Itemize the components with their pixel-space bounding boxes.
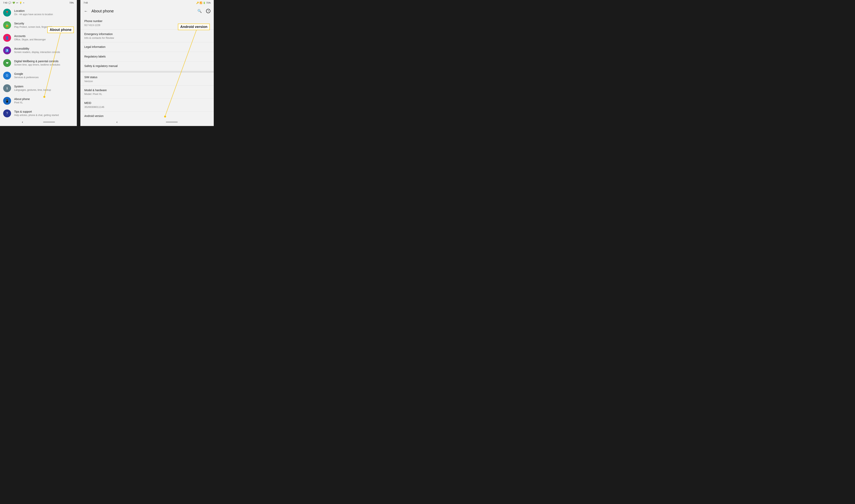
about-item-emergency-info[interactable]: Emergency information Info & contacts fo… xyxy=(81,30,214,42)
tips-support-subtitle: Help articles, phone & chat, getting sta… xyxy=(14,114,74,117)
emergency-info-title: Emergency information xyxy=(84,32,210,36)
security-title: Security xyxy=(14,22,74,25)
left-status-right: 73% xyxy=(69,2,74,4)
google-icon: G xyxy=(3,72,11,79)
about-item-regulatory-labels[interactable]: Regulatory labels xyxy=(81,52,214,61)
about-item-model-hardware[interactable]: Model & hardware Model: Pixel XL xyxy=(81,86,214,98)
safety-manual-title: Safety & regulatory manual xyxy=(84,64,210,68)
settings-item-about-phone[interactable]: 📱 About phone Pixel XL xyxy=(0,94,77,107)
settings-item-tips-support[interactable]: ? Tips & support Help articles, phone & … xyxy=(0,107,77,118)
security-icon: 🔒 xyxy=(3,21,11,29)
bulb-icon: 💡 xyxy=(19,2,22,4)
message-icon: 💬 xyxy=(8,2,11,4)
help-circle-icon: ? xyxy=(206,9,210,13)
about-phone-text: About phone Pixel XL xyxy=(14,97,74,104)
about-list: Phone number 917-613-1228 Emergency info… xyxy=(81,17,214,118)
whatsapp-icon: 💚 xyxy=(13,2,15,4)
system-subtitle: Languages, gestures, time, backup xyxy=(14,89,74,92)
sim-status-title: SIM status xyxy=(84,75,210,79)
accounts-title: Accounts xyxy=(14,34,74,38)
android-version-title: Android version xyxy=(84,114,210,118)
settings-item-digital-wellbeing[interactable]: ❤ Digital Wellbeing & parental controls … xyxy=(0,57,77,69)
left-time: 7:43 xyxy=(3,2,7,4)
google-text: Google Services & preferences xyxy=(14,72,74,79)
accounts-icon: 👤 xyxy=(3,34,11,42)
right-nav-indicator xyxy=(166,122,178,123)
left-nav-indicator xyxy=(43,122,55,123)
model-hardware-subtitle: Model: Pixel XL xyxy=(84,92,210,95)
back-button[interactable]: ← xyxy=(82,7,90,15)
location-icon: 📍 xyxy=(3,9,11,17)
accessibility-title: Accessibility xyxy=(14,47,74,50)
about-phone-title: About phone xyxy=(14,97,74,101)
accessibility-subtitle: Screen readers, display, interaction con… xyxy=(14,51,74,54)
google-subtitle: Services & preferences xyxy=(14,76,74,79)
about-phone-subtitle: Pixel XL xyxy=(14,101,74,104)
android-version-annotation: Android version xyxy=(178,24,210,30)
about-phone-icon: 📱 xyxy=(3,97,11,105)
right-back-nav[interactable]: ‹ xyxy=(117,120,118,124)
tips-support-text: Tips & support Help articles, phone & ch… xyxy=(14,110,74,117)
system-icon: ℹ xyxy=(3,84,11,92)
header-icons: 🔍 ? xyxy=(196,7,212,15)
accessibility-text: Accessibility Screen readers, display, i… xyxy=(14,47,74,54)
system-text: System Languages, gestures, time, backup xyxy=(14,85,74,92)
right-nav-bar: ‹ xyxy=(81,118,214,126)
regulatory-labels-title: Regulatory labels xyxy=(84,55,210,59)
about-item-android-version[interactable]: Android version 10 xyxy=(81,111,214,118)
settings-item-location[interactable]: 📍 Location On · 44 apps have access to l… xyxy=(0,6,77,19)
phone-number-title: Phone number xyxy=(84,19,210,23)
left-panel: 7:43 💬 💚 ↩ 💡 • 73% 📍 Location On · 44 ap… xyxy=(0,0,77,126)
about-item-safety-manual[interactable]: Safety & regulatory manual xyxy=(81,61,214,71)
right-status-bar: 7:43 🔑 📶 🔋 71% xyxy=(81,0,214,5)
system-title: System xyxy=(14,85,74,88)
about-item-legal-information[interactable]: Legal information xyxy=(81,42,214,52)
dot-icon: • xyxy=(23,2,24,4)
accounts-text: Accounts Office, Skype, and Messenger xyxy=(14,34,74,41)
search-button[interactable]: 🔍 xyxy=(196,7,204,15)
right-header: ← About phone 🔍 ? xyxy=(81,5,214,17)
settings-item-google[interactable]: G Google Services & preferences xyxy=(0,69,77,82)
panel-gap xyxy=(77,0,81,126)
refresh-icon: ↩ xyxy=(16,2,18,4)
right-panel: 7:43 🔑 📶 🔋 71% ← About phone 🔍 ? Phone n… xyxy=(81,0,214,126)
tips-support-icon: ? xyxy=(3,109,11,117)
page-title: About phone xyxy=(91,9,194,13)
left-nav-bar: ‹ xyxy=(0,118,77,126)
google-title: Google xyxy=(14,72,74,76)
left-status-bar: 7:43 💬 💚 ↩ 💡 • 73% xyxy=(0,0,77,5)
left-battery: 73% xyxy=(69,2,74,4)
digital-wellbeing-text: Digital Wellbeing & parental controls Sc… xyxy=(14,59,74,67)
about-phone-annotation: About phone xyxy=(47,26,74,33)
model-hardware-title: Model & hardware xyxy=(84,88,210,92)
location-title: Location xyxy=(14,9,74,13)
digital-wellbeing-subtitle: Screen time, app timers, bedtime schedul… xyxy=(14,64,74,67)
about-item-meid[interactable]: MEID 35269308011146 xyxy=(81,98,214,111)
about-item-sim-status[interactable]: SIM status Verizon xyxy=(81,73,214,86)
legal-information-title: Legal information xyxy=(84,45,210,49)
tips-support-title: Tips & support xyxy=(14,110,74,113)
help-button[interactable]: ? xyxy=(204,7,212,15)
left-status-left: 7:43 💬 💚 ↩ 💡 • xyxy=(3,2,24,4)
location-subtitle: On · 44 apps have access to location xyxy=(14,13,74,16)
left-back-nav[interactable]: ‹ xyxy=(22,120,23,124)
settings-item-system[interactable]: ℹ System Languages, gestures, time, back… xyxy=(0,82,77,94)
right-status-icons: 🔑 📶 🔋 71% xyxy=(196,2,211,4)
section-divider-4 xyxy=(81,71,214,73)
meid-title: MEID xyxy=(84,101,210,105)
meid-subtitle: 35269308011146 xyxy=(84,106,210,108)
digital-wellbeing-icon: ❤ xyxy=(3,59,11,67)
settings-item-accounts[interactable]: 👤 Accounts Office, Skype, and Messenger xyxy=(0,32,77,44)
settings-item-accessibility[interactable]: ♿ Accessibility Screen readers, display,… xyxy=(0,44,77,57)
sim-status-subtitle: Verizon xyxy=(84,80,210,83)
emergency-info-subtitle: Info & contacts for Review xyxy=(84,36,210,39)
accounts-subtitle: Office, Skype, and Messenger xyxy=(14,38,74,41)
accessibility-icon: ♿ xyxy=(3,47,11,54)
settings-list: 📍 Location On · 44 apps have access to l… xyxy=(0,5,77,118)
location-text: Location On · 44 apps have access to loc… xyxy=(14,9,74,16)
digital-wellbeing-title: Digital Wellbeing & parental controls xyxy=(14,59,74,63)
right-time: 7:43 xyxy=(84,2,88,4)
